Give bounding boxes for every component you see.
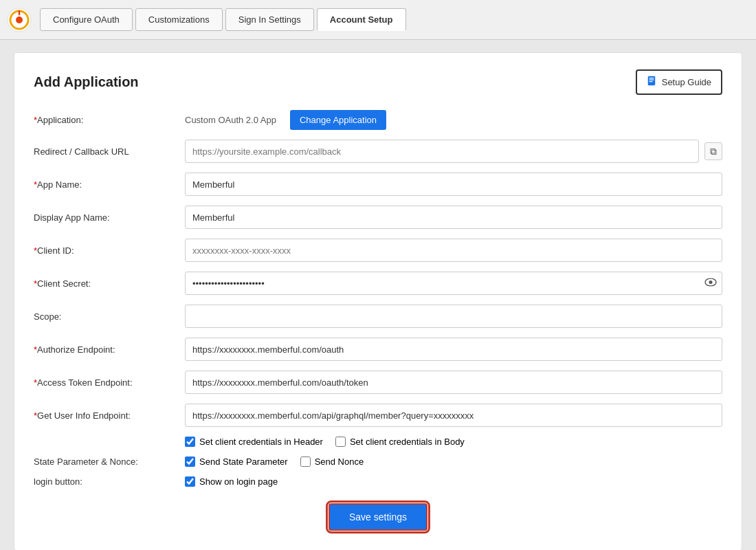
app-name-label: *App Name:	[34, 179, 185, 190]
header-credentials-checkbox[interactable]	[185, 437, 195, 447]
setup-guide-button[interactable]: Setup Guide	[636, 69, 722, 95]
header-credentials-label: Set client credentials in Header	[199, 437, 323, 447]
show-login-label: Show on login page	[199, 476, 278, 487]
app-header: Configure OAuth Customizations Sign In S…	[0, 0, 756, 40]
show-login-checkbox-item[interactable]: Show on login page	[185, 476, 278, 487]
user-info-input[interactable]	[185, 404, 722, 427]
user-info-label: *Get User Info Endpoint:	[34, 410, 185, 421]
change-application-button[interactable]: Change Application	[290, 110, 386, 130]
nav-tabs: Configure OAuth Customizations Sign In S…	[40, 8, 406, 31]
copy-icon: ⧉	[710, 146, 717, 157]
client-id-control	[185, 239, 722, 262]
add-application-card: Add Application Setup Guide *Application…	[14, 52, 742, 550]
svg-rect-5	[649, 80, 654, 80]
application-label: *Application:	[34, 115, 185, 125]
access-token-label: *Access Token Endpoint:	[34, 377, 185, 388]
setup-guide-label: Setup Guide	[662, 77, 711, 87]
send-nonce-checkbox-item[interactable]: Send Nonce	[300, 456, 364, 467]
copy-redirect-button[interactable]: ⧉	[704, 142, 722, 160]
authorize-endpoint-row: *Authorize Endpoint:	[34, 338, 722, 361]
show-password-icon[interactable]	[704, 278, 717, 289]
client-secret-row: *Client Secret:	[34, 272, 722, 295]
access-token-control	[185, 371, 722, 394]
client-secret-label: *Client Secret:	[34, 278, 185, 289]
app-name-input[interactable]	[185, 173, 722, 196]
client-id-row: *Client ID:	[34, 239, 722, 262]
book-icon	[647, 76, 658, 89]
header-credentials-checkbox-item[interactable]: Set client credentials in Header	[185, 437, 323, 447]
svg-rect-4	[649, 78, 654, 78]
display-app-name-control	[185, 206, 722, 229]
scope-control	[185, 305, 722, 328]
save-button-wrap: Save settings	[34, 503, 722, 531]
scope-label: Scope:	[34, 311, 185, 322]
user-info-row: *Get User Info Endpoint:	[34, 404, 722, 427]
redirect-control: ⧉	[185, 140, 722, 163]
redirect-row: Redirect / Callback URL ⧉	[34, 140, 722, 163]
send-state-checkbox[interactable]	[185, 456, 195, 467]
card-header: Add Application Setup Guide	[34, 69, 722, 95]
client-secret-input[interactable]	[185, 272, 722, 295]
app-logo	[7, 8, 32, 32]
client-credentials-row: Set client credentials in Header Set cli…	[185, 437, 722, 447]
application-row: *Application: Custom OAuth 2.0 App Chang…	[34, 110, 722, 130]
tab-sign-in-settings[interactable]: Sign In Settings	[225, 8, 314, 31]
authorize-endpoint-input[interactable]	[185, 338, 722, 361]
client-credentials-checkboxes: Set client credentials in Header Set cli…	[185, 437, 465, 447]
svg-point-2	[16, 16, 23, 23]
redirect-input[interactable]	[185, 140, 699, 163]
save-settings-button[interactable]: Save settings	[329, 503, 427, 531]
access-token-row: *Access Token Endpoint:	[34, 371, 722, 394]
application-value: Custom OAuth 2.0 App	[185, 115, 276, 125]
client-id-input[interactable]	[185, 239, 722, 262]
send-nonce-label: Send Nonce	[315, 456, 364, 467]
user-info-control	[185, 404, 722, 427]
tab-account-setup[interactable]: Account Setup	[317, 8, 406, 31]
access-token-input[interactable]	[185, 371, 722, 394]
client-secret-control	[185, 272, 722, 295]
send-nonce-checkbox[interactable]	[300, 456, 311, 467]
send-state-label: Send State Parameter	[199, 456, 288, 467]
body-credentials-label: Set client credentials in Body	[350, 437, 465, 447]
state-nonce-checkboxes: Send State Parameter Send Nonce	[185, 456, 364, 467]
display-app-name-label: Display App Name:	[34, 212, 185, 223]
show-login-checkbox[interactable]	[185, 476, 195, 487]
body-credentials-checkbox[interactable]	[335, 437, 346, 447]
redirect-label: Redirect / Callback URL	[34, 146, 185, 157]
app-name-row: *App Name:	[34, 173, 722, 196]
state-nonce-control: Send State Parameter Send Nonce	[185, 456, 722, 467]
state-nonce-row: State Parameter & Nonce: Send State Para…	[34, 456, 722, 467]
scope-input[interactable]	[185, 305, 722, 328]
send-state-checkbox-item[interactable]: Send State Parameter	[185, 456, 288, 467]
login-button-label: login button:	[34, 476, 185, 487]
client-id-label: *Client ID:	[34, 245, 185, 256]
main-content: Add Application Setup Guide *Application…	[0, 40, 756, 550]
display-app-name-input[interactable]	[185, 206, 722, 229]
application-control: Custom OAuth 2.0 App Change Application	[185, 110, 722, 130]
app-name-control	[185, 173, 722, 196]
card-title: Add Application	[34, 74, 139, 90]
svg-rect-6	[649, 81, 652, 82]
svg-rect-3	[648, 76, 655, 85]
tab-customizations[interactable]: Customizations	[135, 8, 223, 31]
login-button-row: login button: Show on login page	[34, 476, 722, 487]
scope-row: Scope:	[34, 305, 722, 328]
login-button-control: Show on login page	[185, 476, 722, 487]
tab-configure-oauth[interactable]: Configure OAuth	[40, 8, 133, 31]
svg-point-8	[709, 280, 713, 284]
display-app-name-row: Display App Name:	[34, 206, 722, 229]
state-nonce-label: State Parameter & Nonce:	[34, 456, 185, 467]
authorize-endpoint-label: *Authorize Endpoint:	[34, 344, 185, 355]
authorize-endpoint-control	[185, 338, 722, 361]
body-credentials-checkbox-item[interactable]: Set client credentials in Body	[335, 437, 465, 447]
